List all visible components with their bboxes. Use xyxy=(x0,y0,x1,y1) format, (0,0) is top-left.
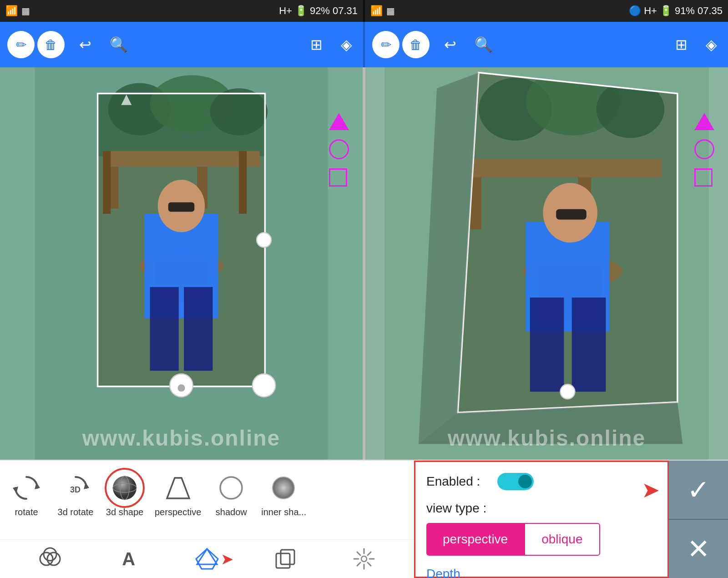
svg-rect-31 xyxy=(468,177,481,229)
grid-button-left[interactable]: ⊞ xyxy=(307,32,326,57)
circle-shape-left[interactable] xyxy=(329,139,349,159)
trash-icon-left: 🗑 xyxy=(45,37,57,52)
duplicate-icon-btn[interactable] xyxy=(272,545,299,573)
3d-rotate-label: 3d rotate xyxy=(58,507,94,517)
confirm-button[interactable]: ➤ ✓ xyxy=(669,461,728,519)
rotate-label: rotate xyxy=(15,507,38,517)
blend-icon-btn[interactable] xyxy=(36,545,64,573)
pencil-icon-left: ✏ xyxy=(16,37,26,52)
tools-scroll[interactable]: rotate 3D 3d rotate xyxy=(0,461,414,539)
svg-line-68 xyxy=(368,563,371,566)
svg-point-54 xyxy=(220,477,242,499)
tool-group-edit-right: ✏ 🗑 xyxy=(372,31,430,58)
confirm-cancel-panel: ➤ ✓ ✕ xyxy=(669,461,728,578)
svg-point-20 xyxy=(170,374,193,397)
inner-shadow-label: inner sha... xyxy=(261,507,306,517)
svg-line-69 xyxy=(368,552,371,555)
canvas-left[interactable]: www.kubis.online xyxy=(0,67,363,460)
view-type-buttons: perspective oblique xyxy=(426,523,657,556)
status-icons-right: 📶 ▦ xyxy=(370,5,395,17)
shape-handles-left xyxy=(329,113,349,187)
tool-perspective[interactable]: perspective xyxy=(151,468,205,521)
status-bar-right: 📶 ▦ 🔵 H+ 🔋 91% 07.35 xyxy=(365,0,728,22)
undo-button-left[interactable]: ↩ xyxy=(76,32,95,57)
svg-rect-62 xyxy=(281,550,294,564)
signal-type-right: H+ xyxy=(644,5,657,17)
cancel-button[interactable]: ✕ xyxy=(669,519,728,578)
pencil-button-left[interactable]: ✏ xyxy=(7,31,35,58)
undo-button-right[interactable]: ↩ xyxy=(440,32,460,57)
confirm-check-icon: ✓ xyxy=(687,474,710,506)
triangle-shape-right[interactable] xyxy=(694,113,714,130)
view-type-section: view type : perspective oblique xyxy=(426,501,657,556)
layers-button-left[interactable]: ◈ xyxy=(337,32,356,57)
text-icon-btn[interactable]: A xyxy=(115,545,142,573)
triangle-shape-left[interactable] xyxy=(329,113,349,130)
pencil-button-right[interactable]: ✏ xyxy=(372,31,399,58)
shadow-icon-wrap xyxy=(215,472,248,504)
effects-icon-btn[interactable] xyxy=(350,545,378,573)
battery-icon-left: 🔋 xyxy=(295,5,307,17)
watermark-right: www.kubis.online xyxy=(365,426,728,451)
shape-handles-right xyxy=(694,113,714,187)
canvas-right[interactable]: www.kubis.online xyxy=(365,67,728,460)
tool-shadow[interactable]: shadow xyxy=(208,468,254,521)
square-shape-left[interactable] xyxy=(329,168,347,187)
bottom-tools-left: rotate 3D 3d rotate xyxy=(0,461,414,578)
zoom-button-left[interactable]: 🔍 xyxy=(106,32,131,57)
svg-point-28 xyxy=(526,67,620,135)
svg-line-70 xyxy=(357,563,360,566)
svg-marker-53 xyxy=(167,478,189,498)
svg-rect-37 xyxy=(556,209,586,219)
svg-rect-35 xyxy=(526,222,610,331)
trash-button-right[interactable]: 🗑 xyxy=(402,31,430,58)
time-right: 07.35 xyxy=(698,5,723,17)
perspective-button[interactable]: perspective xyxy=(426,523,524,556)
perspective-label: perspective xyxy=(155,507,201,517)
status-bars: 📶 ▦ H+ 🔋 92% 07.31 📶 ▦ 🔵 H+ 🔋 91% 07.35 xyxy=(0,0,728,22)
svg-rect-1 xyxy=(98,93,265,386)
svg-rect-10 xyxy=(239,151,247,214)
svg-rect-38 xyxy=(530,298,564,392)
grid-button-right[interactable]: ⊞ xyxy=(672,32,691,57)
svg-rect-15 xyxy=(168,203,194,212)
square-shape-right[interactable] xyxy=(694,168,713,187)
svg-point-55 xyxy=(273,477,294,499)
svg-marker-25 xyxy=(458,72,677,412)
svg-marker-42 xyxy=(419,72,479,444)
shadow-label: shadow xyxy=(216,507,247,517)
svg-marker-59 xyxy=(197,549,217,564)
inner-shadow-icon-wrap xyxy=(268,472,300,504)
svg-point-22 xyxy=(257,233,271,247)
svg-rect-2 xyxy=(98,93,265,156)
svg-point-36 xyxy=(543,183,597,243)
svg-point-11 xyxy=(140,253,223,279)
svg-marker-19 xyxy=(121,95,131,105)
svg-point-45 xyxy=(560,384,575,399)
svg-rect-17 xyxy=(184,287,212,371)
tool-rotate[interactable]: rotate xyxy=(4,468,49,521)
zoom-button-right[interactable]: 🔍 xyxy=(471,32,496,57)
svg-point-3 xyxy=(108,83,171,135)
layers-button-right[interactable]: ◈ xyxy=(702,32,721,57)
tool-3d-shape[interactable]: 3d shape xyxy=(102,468,147,521)
svg-rect-34 xyxy=(539,266,602,319)
active-indicator xyxy=(105,468,145,508)
depth-label: Depth xyxy=(426,567,460,578)
toggle-track xyxy=(497,473,534,490)
text-letter: A xyxy=(122,549,135,569)
battery-left: 92% xyxy=(310,5,330,17)
svg-rect-16 xyxy=(150,287,179,371)
status-info-right: 🔵 H+ 🔋 91% 07.35 xyxy=(629,5,723,17)
tool-inner-shadow[interactable]: inner sha... xyxy=(258,468,310,521)
enabled-toggle[interactable] xyxy=(497,473,534,490)
circle-shape-right[interactable] xyxy=(694,139,714,159)
shape-icon-btn[interactable]: ➤ xyxy=(193,545,221,573)
pencil-icon-right: ✏ xyxy=(381,37,391,52)
status-icons-left: 📶 ▦ xyxy=(5,5,30,17)
oblique-button[interactable]: oblique xyxy=(524,523,600,556)
trash-button-left[interactable]: 🗑 xyxy=(37,31,65,58)
settings-panel: Enabled : view type : perspective obliqu… xyxy=(414,461,669,578)
toolbar-right: ✏ 🗑 ↩ 🔍 ⊞ ◈ xyxy=(365,22,728,67)
tool-3d-rotate[interactable]: 3D 3d rotate xyxy=(53,468,98,521)
